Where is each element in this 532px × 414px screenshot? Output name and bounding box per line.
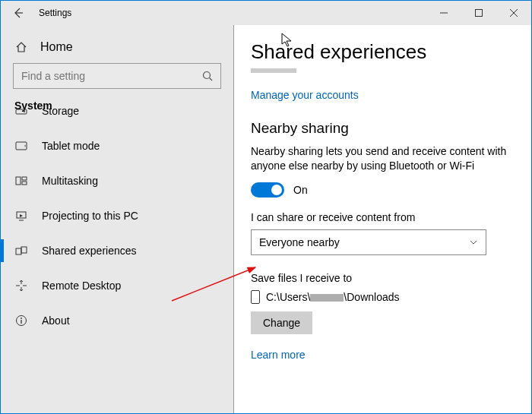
sidebar-item-label: Storage <box>42 109 79 117</box>
svg-line-6 <box>210 78 213 81</box>
svg-point-10 <box>24 145 26 147</box>
content-pane: Shared experiences Manage your accounts … <box>234 25 531 413</box>
tablet-icon <box>14 140 28 152</box>
sidebar-item-storage[interactable]: Storage <box>1 109 233 128</box>
minimize-button[interactable] <box>426 1 461 25</box>
svg-point-22 <box>21 318 22 319</box>
progress-placeholder <box>251 68 296 73</box>
shared-experiences-icon <box>14 245 28 257</box>
sidebar-item-remote-desktop[interactable]: Remote Desktop <box>1 268 233 303</box>
toggle-state-label: On <box>293 184 308 196</box>
share-from-value: Everyone nearby <box>259 236 340 248</box>
maximize-button[interactable] <box>461 1 496 25</box>
sidebar-home-label: Home <box>40 40 73 54</box>
learn-more-link[interactable]: Learn more <box>251 349 306 361</box>
sidebar-item-label: Remote Desktop <box>42 280 121 292</box>
search-icon <box>202 71 213 81</box>
save-path-row: C:\Users\\Downloads <box>251 290 515 304</box>
share-from-select[interactable]: Everyone nearby <box>251 229 486 255</box>
save-files-label: Save files I receive to <box>251 272 515 284</box>
sidebar-item-label: About <box>42 314 70 327</box>
manage-accounts-link[interactable]: Manage your accounts <box>251 89 359 101</box>
nearby-sharing-toggle[interactable] <box>251 182 284 198</box>
svg-rect-11 <box>16 177 21 185</box>
svg-point-8 <box>24 111 25 112</box>
home-icon <box>14 41 28 53</box>
save-path-value: C:\Users\\Downloads <box>266 291 400 303</box>
svg-rect-12 <box>22 177 27 180</box>
svg-rect-2 <box>476 10 483 17</box>
sidebar-item-label: Projecting to this PC <box>42 210 138 222</box>
sidebar-item-shared-experiences[interactable]: Shared experiences <box>1 233 233 268</box>
sidebar-item-label: Tablet mode <box>42 140 100 152</box>
sidebar-home[interactable]: Home <box>1 31 233 63</box>
sidebar-item-multitasking[interactable]: Multitasking <box>1 163 233 198</box>
share-from-label: I can share or receive content from <box>251 211 515 223</box>
close-button[interactable] <box>496 1 531 25</box>
multitasking-icon <box>14 175 28 187</box>
file-icon <box>251 290 260 304</box>
redacted-username <box>310 294 344 302</box>
sidebar-item-about[interactable]: About <box>1 303 233 338</box>
change-button[interactable]: Change <box>251 311 312 334</box>
back-button[interactable] <box>1 1 36 25</box>
about-icon <box>14 314 28 327</box>
projecting-icon <box>14 210 28 222</box>
search-input[interactable] <box>13 63 221 89</box>
page-title: Shared experiences <box>251 40 515 64</box>
svg-rect-16 <box>21 247 27 253</box>
section-heading-nearby: Nearby sharing <box>251 120 515 137</box>
search-field[interactable] <box>21 70 202 82</box>
sidebar-item-tablet-mode[interactable]: Tablet mode <box>1 128 233 163</box>
nearby-description: Nearby sharing lets you send and receive… <box>251 144 509 173</box>
window-title: Settings <box>39 8 71 18</box>
sidebar-item-label: Shared experiences <box>42 245 137 257</box>
sidebar-nav: Storage Tablet mode Multitasking Project… <box>1 109 233 338</box>
svg-rect-13 <box>22 182 27 185</box>
chevron-down-icon <box>469 238 478 247</box>
svg-rect-15 <box>16 248 21 254</box>
sidebar: Home System Storage Tablet mode Multit <box>1 25 234 413</box>
sidebar-item-label: Multitasking <box>42 175 98 187</box>
storage-icon <box>14 109 28 117</box>
svg-point-5 <box>204 72 211 79</box>
sidebar-item-projecting[interactable]: Projecting to this PC <box>1 198 233 233</box>
remote-desktop-icon <box>14 280 28 292</box>
